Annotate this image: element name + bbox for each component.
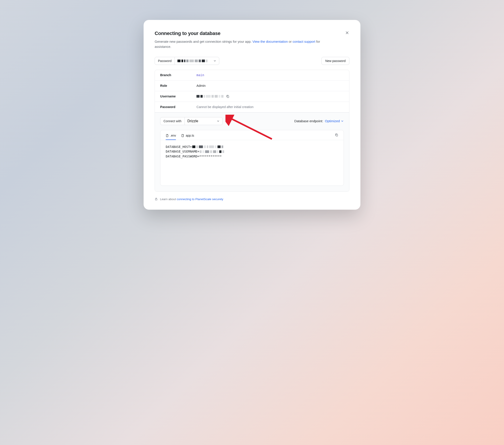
new-password-button[interactable]: New password <box>322 57 349 65</box>
footer: Learn about connecting to PlanetScale se… <box>155 198 349 201</box>
tab-env[interactable]: .env <box>166 132 176 140</box>
copy-icon <box>226 95 229 98</box>
redacted-username <box>197 95 223 98</box>
contact-support-link[interactable]: contact support <box>292 40 315 43</box>
footer-link[interactable]: connecting to PlanetScale securely <box>177 198 223 201</box>
code-line-1: DATABASE_HOST= <box>166 145 338 149</box>
code-panel: .env app.ts DATABASE_HOST= <box>160 130 344 186</box>
row-username: Username <box>155 91 349 102</box>
redacted-host <box>192 146 223 148</box>
file-icon <box>181 134 184 137</box>
redacted-password-name <box>178 59 208 62</box>
dialog-title: Connecting to your database <box>155 31 349 36</box>
close-button[interactable] <box>344 30 350 36</box>
tab-appts-label: app.ts <box>186 134 194 137</box>
dialog-subtitle: Generate new passwords and get connectio… <box>155 39 332 49</box>
chevron-down-icon <box>216 120 220 123</box>
code-body: DATABASE_HOST= DATABASE_USERNAME= DATABA… <box>161 140 343 185</box>
database-endpoint: Database endpoint: Optimized <box>294 119 344 123</box>
connect-with-selector: Connect with Drizzle <box>160 117 223 125</box>
details-panel: Branch main Role Admin Username Password… <box>155 70 349 192</box>
tab-appts[interactable]: app.ts <box>181 132 194 140</box>
endpoint-value: Optimized <box>325 119 340 123</box>
svg-rect-1 <box>336 134 338 136</box>
subtitle-mid: or <box>289 40 293 43</box>
row-role: Role Admin <box>155 81 349 91</box>
redacted-db-username <box>200 150 224 153</box>
toolbar: Password New password <box>155 57 349 65</box>
documentation-link[interactable]: View the documentation <box>252 40 288 43</box>
footer-text: Learn about connecting to PlanetScale se… <box>160 198 223 201</box>
code-line-3: DATABASE_PASSWORD=************ <box>166 154 338 159</box>
password-value: Cannot be displayed after initial creati… <box>197 105 253 109</box>
code-line-2: DATABASE_USERNAME= <box>166 149 338 154</box>
connect-panel: Connect with Drizzle Database endpoint: … <box>155 112 349 191</box>
file-icon <box>166 134 169 137</box>
connect-row: Connect with Drizzle Database endpoint: … <box>160 117 344 125</box>
copy-username-button[interactable] <box>226 95 229 98</box>
connect-with-selected: Drizzle <box>187 119 198 123</box>
footer-pre: Learn about <box>160 198 177 201</box>
code-tabs: .env app.ts <box>161 130 343 140</box>
password-label: Password <box>160 105 197 109</box>
chevron-down-icon <box>341 120 344 123</box>
row-branch: Branch main <box>155 70 349 81</box>
connect-with-label: Connect with <box>161 117 185 125</box>
username-label: Username <box>160 94 197 98</box>
copy-icon <box>335 133 338 137</box>
role-label: Role <box>160 84 197 88</box>
password-selector-value[interactable] <box>175 57 219 65</box>
role-value: Admin <box>197 84 206 88</box>
chevron-down-icon <box>213 59 216 62</box>
svg-rect-0 <box>227 96 229 97</box>
code-line-2-prefix: DATABASE_USERNAME= <box>166 149 199 154</box>
tab-env-label: .env <box>170 134 176 137</box>
password-selector: Password <box>155 57 219 65</box>
dialog-connecting-database: Connecting to your database Generate new… <box>144 20 360 210</box>
password-selector-label: Password <box>155 57 175 65</box>
endpoint-label: Database endpoint: <box>294 119 323 123</box>
branch-value: main <box>197 73 204 77</box>
connect-with-value[interactable]: Drizzle <box>185 117 222 125</box>
dialog-header: Connecting to your database Generate new… <box>155 31 349 49</box>
subtitle-pre: Generate new passwords and get connectio… <box>155 40 252 43</box>
svg-rect-2 <box>155 199 157 200</box>
copy-code-button[interactable] <box>335 133 338 139</box>
row-password: Password Cannot be displayed after initi… <box>155 102 349 112</box>
code-line-1-prefix: DATABASE_HOST= <box>166 145 192 149</box>
close-icon <box>345 31 349 35</box>
endpoint-value-dropdown[interactable]: Optimized <box>325 119 344 123</box>
branch-label: Branch <box>160 73 197 77</box>
lock-icon <box>155 198 158 201</box>
username-value <box>197 95 229 98</box>
